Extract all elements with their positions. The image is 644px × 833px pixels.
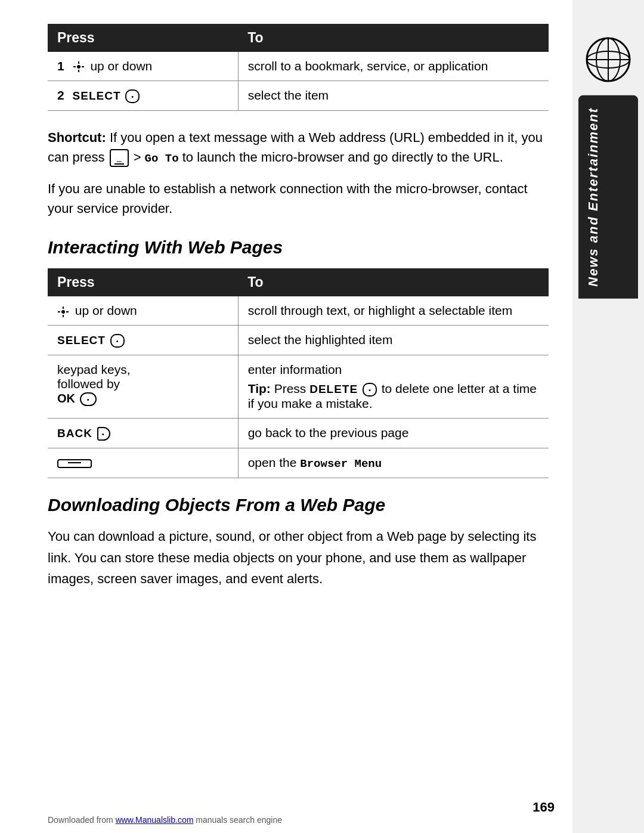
keypad-line2: followed by	[57, 377, 228, 391]
nav-icon	[73, 61, 85, 73]
table-second: Press To up or down	[48, 268, 549, 478]
globe-icon	[584, 36, 632, 83]
to-cell-menu: open the Browser Menu	[238, 448, 549, 478]
shortcut-label: Shortcut:	[48, 130, 106, 145]
to-cell-select: select the highlighted item	[238, 326, 549, 355]
keypad-line1: keypad keys,	[57, 363, 228, 377]
row-number-2: 2	[57, 88, 64, 102]
page-number: 169	[532, 800, 555, 815]
sidebar: News and Entertainment	[572, 0, 644, 833]
up-or-down-label: up or down	[75, 304, 137, 317]
goto-label: Go To	[145, 152, 179, 165]
menu-btn-symbol	[57, 459, 92, 468]
ok-label: OK	[57, 392, 75, 405]
open-the-text: open the	[248, 456, 301, 469]
select-button-icon: •	[125, 89, 140, 103]
footer-text: Downloaded from	[48, 815, 113, 825]
svg-point-0	[77, 65, 80, 69]
press-cell-back: BACK •	[48, 419, 238, 448]
footer-suffix: manuals search engine	[196, 815, 282, 825]
press-cell-select: SELECT •	[48, 326, 238, 355]
section2-heading: Downloading Objects From a Web Page	[48, 495, 549, 515]
footer: Downloaded from www.Manualslib.com manua…	[48, 815, 282, 825]
to-cell-back: go back to the previous page	[238, 419, 549, 448]
row-number: 1	[57, 59, 64, 73]
table-row: BACK • go back to the previous page	[48, 419, 549, 448]
table-row: SELECT • select the highlighted item	[48, 326, 549, 355]
col-to-2: To	[238, 268, 549, 296]
keypad-ok-line: OK •	[57, 391, 228, 406]
table-row: keypad keys, followed by OK • enter info…	[48, 355, 549, 419]
col-press-2: Press	[48, 268, 238, 296]
press-label: up or down	[90, 59, 152, 73]
press-cell-menu	[48, 448, 238, 478]
col-press-1: Press	[48, 24, 238, 52]
press-cell: 1 up or down	[48, 52, 238, 81]
table-row: up or down scroll through text, or highl…	[48, 296, 549, 326]
select-btn-icon-2: •	[110, 334, 125, 348]
table-row: 2 SELECT • select the item	[48, 81, 549, 111]
to-cell: scroll to a bookmark, service, or applic…	[238, 52, 549, 81]
table-first: Press To 1	[48, 24, 549, 111]
tip-block: Tip: Press DELETE • to delete one letter…	[248, 382, 539, 411]
select-label: SELECT	[73, 89, 121, 102]
tip-text1: Press	[274, 382, 310, 395]
tip-label: Tip:	[248, 382, 271, 395]
menu-button-icon: ⎯	[110, 149, 129, 167]
shortcut-text2: to launch the micro-browser and go direc…	[182, 150, 503, 165]
shortcut-paragraph: Shortcut: If you open a text message wit…	[48, 128, 549, 168]
download-paragraph: You can download a picture, sound, or ot…	[48, 526, 549, 589]
browser-menu-text: Browser Menu	[300, 457, 382, 470]
ok-btn-icon: •	[80, 392, 97, 406]
select-label-2: SELECT	[57, 334, 106, 346]
footer-link[interactable]: www.Manualslib.com	[116, 815, 194, 825]
col-to-1: To	[238, 24, 549, 52]
goto-arrow: >	[134, 150, 145, 165]
network-paragraph: If you are unable to establish a network…	[48, 179, 549, 218]
sidebar-tab-label: News and Entertainment	[578, 95, 638, 299]
table-row: open the Browser Menu	[48, 448, 549, 478]
press-cell: 2 SELECT •	[48, 81, 238, 111]
main-content: Press To 1	[48, 24, 549, 589]
delete-label: DELETE	[309, 383, 358, 395]
back-label: BACK	[57, 427, 92, 439]
to-cell-nav: scroll through text, or highlight a sele…	[238, 296, 549, 326]
svg-point-5	[61, 310, 65, 314]
nav-icon-2	[57, 306, 69, 318]
to-cell-keypad: enter information Tip: Press DELETE • to…	[238, 355, 549, 419]
back-btn-icon: •	[97, 427, 110, 441]
press-cell-nav: up or down	[48, 296, 238, 326]
enter-info-text: enter information	[248, 363, 539, 377]
section1-heading: Interacting With Web Pages	[48, 237, 549, 258]
table-row: 1 up or down scroll to a bookmark, serv	[48, 52, 549, 81]
delete-btn-icon: •	[363, 383, 377, 397]
press-cell-keypad: keypad keys, followed by OK •	[48, 355, 238, 419]
to-cell-2: select the item	[238, 81, 549, 111]
